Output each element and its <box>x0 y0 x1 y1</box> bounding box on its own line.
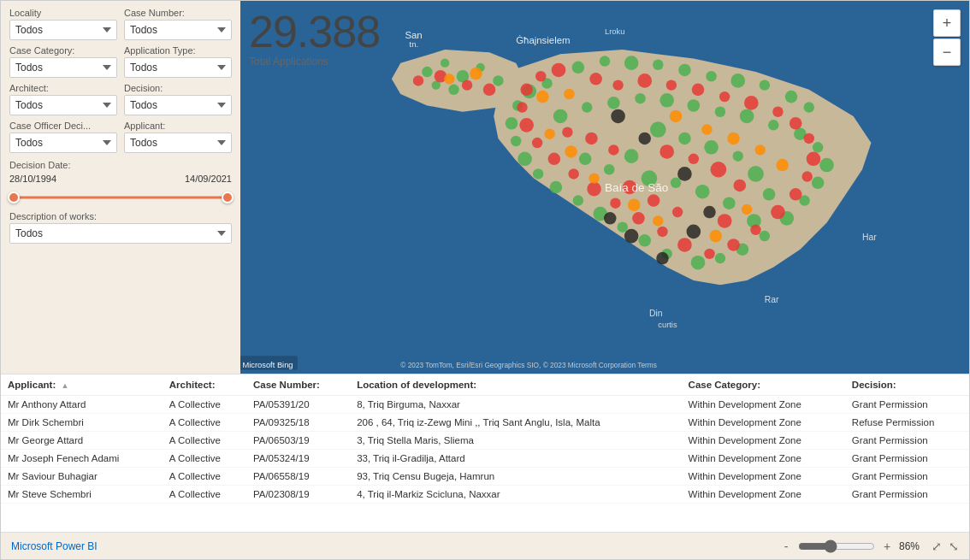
col-header-category[interactable]: Case Category: <box>682 374 845 396</box>
svg-point-124 <box>470 68 482 80</box>
table-cell: PA/09325/18 <box>246 414 350 432</box>
data-table: Applicant: ▲ Architect: Case Number: Loc… <box>1 374 969 504</box>
zoom-out-button[interactable]: − <box>933 38 961 66</box>
table-cell: Mr Joseph Fenech Adami <box>1 450 163 468</box>
case-number-select[interactable]: Todos <box>124 20 232 40</box>
svg-point-104 <box>648 194 660 207</box>
svg-point-5 <box>493 75 503 85</box>
svg-point-24 <box>715 107 725 117</box>
svg-point-127 <box>677 167 692 181</box>
svg-point-17 <box>804 102 814 112</box>
col-header-case-number[interactable]: Case Number: <box>246 374 350 396</box>
zoom-in-button[interactable]: + <box>933 9 961 37</box>
case-category-select[interactable]: Todos <box>9 57 117 78</box>
decision-select[interactable]: Todos <box>124 95 232 115</box>
table-cell: A Collective <box>163 468 246 486</box>
svg-point-43 <box>533 168 543 179</box>
table-cell: Mr Steve Schembri <box>1 486 163 504</box>
table-cell: PA/02308/19 <box>246 486 350 504</box>
powerbi-link[interactable]: Microsoft Power BI <box>11 540 98 552</box>
locality-select[interactable]: Todos <box>9 20 117 40</box>
zoom-slider[interactable] <box>798 539 875 553</box>
svg-point-58 <box>579 153 592 166</box>
svg-point-74 <box>807 151 821 166</box>
table-cell: A Collective <box>163 450 246 468</box>
svg-point-83 <box>632 212 645 225</box>
svg-point-97 <box>483 84 496 97</box>
description-label: Description of works: <box>9 211 232 221</box>
expand-icon[interactable]: ⤡ <box>949 539 959 553</box>
svg-point-114 <box>754 144 765 155</box>
map-controls: + − <box>933 9 961 66</box>
table-cell: Mr George Attard <box>1 432 163 450</box>
table-cell: A Collective <box>163 486 246 504</box>
svg-point-120 <box>589 173 599 183</box>
applicant-select[interactable]: Todos <box>124 133 232 153</box>
table-cell: 93, Triq Censu Bugeja, Hamrun <box>350 468 681 486</box>
table-wrapper[interactable]: Applicant: ▲ Architect: Case Number: Loc… <box>1 374 969 532</box>
table-row: Mr Joseph Fenech AdamiA CollectivePA/053… <box>1 450 969 468</box>
slider-track <box>9 197 232 199</box>
svg-point-118 <box>653 215 663 226</box>
top-section: Locality Todos Case Number: Todos <box>1 1 969 374</box>
svg-point-67 <box>666 80 677 90</box>
filter-group-locality: Locality Todos <box>9 8 117 40</box>
architect-select[interactable]: Todos <box>9 95 117 115</box>
svg-point-57 <box>604 164 614 174</box>
svg-point-73 <box>804 133 814 144</box>
map-label-ghajnsielem: Ġħajnsielem <box>516 35 570 45</box>
zoom-minus-button[interactable]: - <box>779 539 793 553</box>
svg-point-21 <box>635 93 645 103</box>
svg-point-84 <box>610 197 620 208</box>
svg-point-15 <box>760 80 770 90</box>
svg-point-33 <box>760 231 770 241</box>
svg-point-71 <box>772 107 783 117</box>
date-slider[interactable] <box>9 189 232 206</box>
slider-thumb-left[interactable] <box>8 192 20 203</box>
zoom-plus-button[interactable]: + <box>880 539 894 553</box>
svg-point-7 <box>448 85 458 95</box>
svg-point-125 <box>611 109 625 124</box>
table-cell: 33, Triq il-Gradilja, Attard <box>350 450 681 468</box>
svg-point-94 <box>413 75 423 85</box>
svg-point-98 <box>659 144 674 159</box>
svg-point-25 <box>740 109 754 124</box>
svg-point-75 <box>801 171 812 181</box>
table-row: Mr Dirk SchembriA CollectivePA/09325/182… <box>1 414 969 432</box>
svg-point-55 <box>763 188 776 201</box>
table-cell: Within Development Zone <box>682 396 845 414</box>
slider-thumb-right[interactable] <box>222 192 234 203</box>
svg-point-36 <box>691 256 706 270</box>
svg-point-50 <box>650 121 666 138</box>
svg-point-128 <box>703 206 716 219</box>
svg-point-22 <box>659 93 674 108</box>
description-select[interactable]: Todos <box>9 223 232 244</box>
col-header-applicant[interactable]: Applicant: ▲ <box>1 374 163 396</box>
table-cell: 206 , 64, Triq iz-Zewg Mini ,, Triq Sant… <box>350 414 681 432</box>
col-header-decision[interactable]: Decision: <box>845 374 969 396</box>
svg-point-56 <box>624 149 639 163</box>
svg-point-35 <box>715 253 725 263</box>
svg-point-131 <box>624 229 639 244</box>
svg-point-39 <box>618 221 628 232</box>
bottom-bar: Microsoft Power BI - + 86% ⤢ ⤡ <box>1 532 969 559</box>
table-cell: Grant Permission <box>845 468 969 486</box>
fullscreen-icon[interactable]: ⤢ <box>932 539 942 553</box>
col-header-architect[interactable]: Architect: <box>163 374 246 396</box>
stat-label: Total Applications <box>249 56 380 68</box>
col-header-location[interactable]: Location of development: <box>350 374 681 396</box>
table-row: Mr Steve SchembriA CollectivePA/02308/19… <box>1 486 969 504</box>
table-row: Mr Anthony AttardA CollectivePA/05391/20… <box>1 396 969 414</box>
application-type-select[interactable]: Todos <box>124 57 232 78</box>
svg-point-81 <box>677 238 692 252</box>
filter-group-application-type: Application Type: Todos <box>124 45 232 78</box>
filter-group-architect: Architect: Todos <box>9 83 117 115</box>
svg-point-28 <box>813 142 823 152</box>
table-cell: Within Development Zone <box>682 450 845 468</box>
zoom-control: - + 86% <box>779 539 925 553</box>
filter-group-decision: Decision: Todos <box>124 83 232 115</box>
case-officer-select[interactable]: Todos <box>9 133 117 153</box>
svg-point-44 <box>518 151 532 166</box>
table-row: Mr Saviour BuhagiarA CollectivePA/06558/… <box>1 468 969 486</box>
case-category-label: Case Category: <box>9 45 117 56</box>
